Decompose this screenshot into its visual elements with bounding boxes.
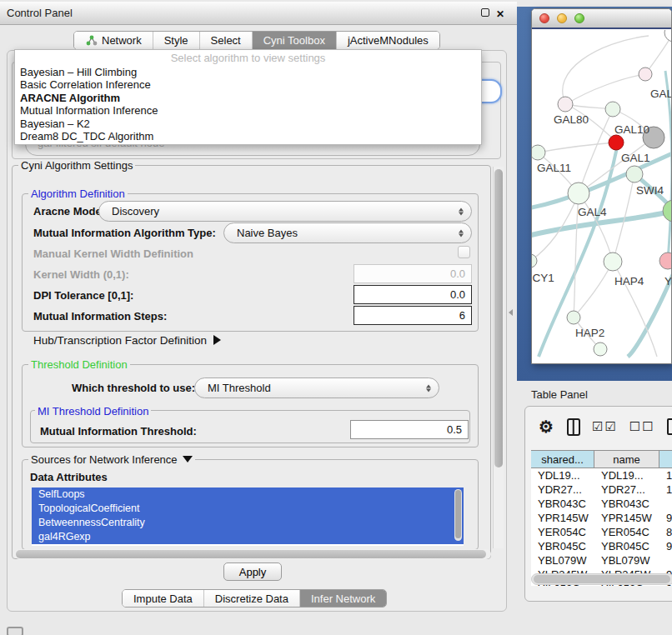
- network-edge: [566, 74, 645, 104]
- network-node-hap4[interactable]: [604, 252, 622, 271]
- tab-infer-network[interactable]: Infer Network: [299, 590, 386, 607]
- dropdown-placeholder-item[interactable]: Select algorithm to view settings: [15, 50, 481, 66]
- mi-steps-field[interactable]: 6: [354, 306, 472, 325]
- table-row[interactable]: YBL079WYBL079W: [531, 553, 672, 568]
- deselect-all-checks-icon[interactable]: ☐☐: [629, 419, 655, 434]
- column-header-shared[interactable]: shared...: [531, 451, 594, 468]
- gear-icon[interactable]: ⚙: [539, 418, 554, 435]
- network-node-label: HAP4: [614, 275, 644, 288]
- network-canvas[interactable]: GALGAL80GAL10GAL1GAL11SWI4GAL4GCY1HAP4YH…: [532, 30, 671, 363]
- table-row[interactable]: YDR27...YDR27...12: [531, 482, 672, 497]
- network-node[interactable]: [664, 30, 671, 42]
- float-icon[interactable]: [481, 8, 489, 17]
- splitter-collapse-icon[interactable]: [509, 309, 513, 316]
- attribute-list-item[interactable]: TopologicalCoefficient: [32, 502, 464, 516]
- table-cell: YPR145W: [531, 511, 594, 525]
- network-edge: [563, 36, 649, 104]
- close-icon[interactable]: ✕: [496, 9, 504, 19]
- table-row[interactable]: YER054CYER054C8.: [531, 525, 672, 539]
- network-node-gal10[interactable]: [605, 102, 620, 117]
- dropdown-item[interactable]: Mutual Information Inference: [15, 104, 481, 117]
- tab-jactivemnodules[interactable]: jActiveMNodules: [336, 32, 439, 49]
- tab-label: Style: [164, 34, 188, 47]
- settings-horizontal-scrollbar[interactable]: [14, 549, 491, 559]
- network-node-gal80[interactable]: [558, 97, 573, 112]
- apply-button[interactable]: Apply: [223, 562, 282, 581]
- dpi-tolerance-field[interactable]: 0.0: [354, 285, 472, 304]
- column-header-a[interactable]: A: [659, 451, 672, 468]
- network-view-window: GALGAL80GAL10GAL1GAL11SWI4GAL4GCY1HAP4YH…: [531, 8, 672, 364]
- table-cell: 13: [659, 468, 672, 482]
- network-node-label: GAL4: [578, 206, 607, 218]
- collapse-right-icon: [213, 335, 221, 345]
- tab-discretize-data[interactable]: Discretize Data: [203, 590, 299, 607]
- dropdown-item[interactable]: Bayesian – K2: [15, 118, 481, 130]
- kernel-width-field[interactable]: 0.0: [354, 264, 472, 283]
- list-scrollbar[interactable]: [454, 489, 462, 541]
- aracne-mode-combo[interactable]: Discovery: [98, 201, 472, 222]
- dropdown-item[interactable]: Dream8 DC_TDC Algorithm: [15, 130, 481, 142]
- aracne-mode-value: Discovery: [112, 205, 159, 218]
- tab-impute-data[interactable]: Impute Data: [123, 590, 203, 607]
- tab-style[interactable]: Style: [153, 32, 199, 49]
- document-icon[interactable]: [667, 418, 672, 435]
- mi-type-combo[interactable]: Naive Bayes: [223, 222, 472, 243]
- tab-cyni-toolbox[interactable]: Cyni Toolbox: [252, 32, 336, 49]
- zoom-traffic-icon[interactable]: [574, 13, 584, 23]
- manual-kernel-checkbox[interactable]: [458, 246, 470, 258]
- column-header-name[interactable]: name: [594, 451, 659, 468]
- dpi-tolerance-label: DPI Tolerance [0,1]:: [33, 289, 133, 302]
- spinner-icon: [426, 384, 431, 392]
- table-cell: YDR27...: [531, 482, 594, 497]
- tab-select[interactable]: Select: [199, 32, 252, 49]
- network-node-gal[interactable]: [639, 68, 652, 81]
- network-node-gal11[interactable]: [532, 145, 545, 160]
- table-panel-title: Table Panel: [531, 388, 588, 401]
- network-node-gal4[interactable]: [568, 182, 589, 204]
- network-node[interactable]: [594, 342, 607, 356]
- table-row[interactable]: YPR145WYPR145W9.: [531, 511, 672, 525]
- columns-icon[interactable]: [567, 418, 580, 436]
- network-edge: [538, 142, 616, 152]
- minimize-traffic-icon[interactable]: [557, 13, 567, 23]
- control-panel-title: Control Panel: [7, 7, 73, 19]
- sources-group-toggle[interactable]: Sources for Network Inference: [28, 453, 195, 466]
- hub-section-toggle[interactable]: Hub/Transcription Factor Definition: [33, 334, 221, 347]
- network-node-swi4[interactable]: [626, 166, 643, 182]
- kernel-width-label: Kernel Width (0,1):: [33, 268, 129, 281]
- attribute-list-item[interactable]: BetweennessCentrality: [32, 516, 464, 530]
- select-all-checks-icon[interactable]: ☑☑: [592, 419, 618, 434]
- table-cell: YPR145W: [594, 511, 659, 525]
- table-cell: 8.: [659, 525, 672, 539]
- network-edge: [574, 262, 613, 318]
- network-node-gal1[interactable]: [609, 135, 624, 150]
- tab-label: Network: [102, 34, 142, 47]
- table-row[interactable]: YBR043CYBR043C: [531, 497, 672, 511]
- tab-network[interactable]: Network: [74, 32, 153, 49]
- network-node-y[interactable]: [659, 252, 671, 269]
- node-table: shared...nameA YDL19...YDL19...13YDR27..…: [531, 450, 672, 586]
- dropdown-item[interactable]: ARACNE Algorithm: [15, 92, 481, 104]
- attribute-list-item[interactable]: SelfLoops: [32, 488, 464, 502]
- minimized-panel-icon[interactable]: [7, 627, 23, 635]
- tab-label: jActiveMNodules: [348, 34, 429, 47]
- table-cell: YDL19...: [531, 468, 594, 482]
- table-row[interactable]: YBR045CYBR045C9.: [531, 539, 672, 553]
- network-node-label: GAL10: [614, 123, 649, 136]
- hub-section-label: Hub/Transcription Factor Definition: [33, 334, 207, 347]
- settings-vertical-scrollbar[interactable]: [493, 167, 504, 548]
- spinner-icon: [459, 208, 464, 215]
- attribute-list-item[interactable]: gal4RGexp: [32, 530, 464, 544]
- table-horizontal-scrollbar[interactable]: [531, 573, 672, 585]
- table-row[interactable]: YDL19...YDL19...13: [531, 468, 672, 482]
- mi-threshold-field[interactable]: 0.5: [350, 420, 469, 439]
- dropdown-item[interactable]: Bayesian – Hill Climbing: [15, 66, 481, 78]
- mi-threshold-group-title: MI Threshold Definition: [35, 405, 151, 418]
- which-threshold-combo[interactable]: MI Threshold: [194, 378, 439, 398]
- network-window-titlebar[interactable]: [532, 9, 671, 29]
- close-traffic-icon[interactable]: [539, 13, 549, 23]
- tab-label: Cyni Toolbox: [263, 34, 325, 47]
- network-node-hap2[interactable]: [567, 311, 580, 324]
- dropdown-item[interactable]: Basic Correlation Inference: [15, 78, 481, 91]
- aracne-mode-label: Aracne Mode:: [33, 205, 105, 218]
